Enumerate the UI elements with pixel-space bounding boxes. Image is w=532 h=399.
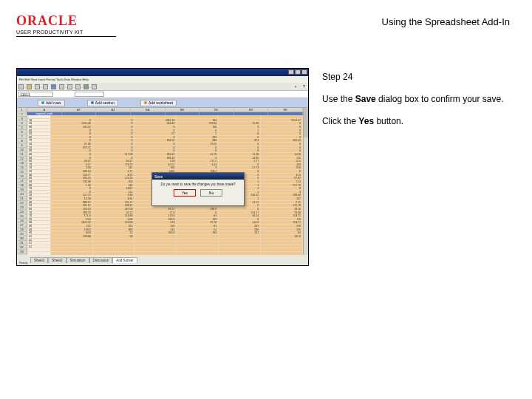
sheet-icon <box>144 101 147 104</box>
dialog-message: Do you want to save the changes you have… <box>152 180 244 188</box>
add-section-button[interactable]: Add section <box>87 100 118 106</box>
page-title: Using the Spreadsheet Add-In <box>382 16 510 27</box>
add-rows-button[interactable]: Add rows <box>38 100 65 106</box>
sheet-tab[interactable]: Simulation <box>66 257 89 263</box>
status-bar: Ready Sheet1Sheet2SimulationDiscussionAd… <box>17 255 308 265</box>
name-box[interactable]: 11111 <box>18 92 53 97</box>
oracle-addin-bar: Add rows Add section Add worksheet <box>17 98 308 108</box>
no-button[interactable]: No <box>200 189 222 197</box>
oracle-wordmark: ORACLE <box>16 13 116 29</box>
oracle-logo: ORACLE USER PRODUCTIVITY KIT <box>16 13 116 37</box>
instruction-panel: Step 24 Use the Save dialog box to confi… <box>322 68 510 266</box>
logo-rule <box>16 36 116 37</box>
add-worksheet-button[interactable]: Add worksheet <box>140 100 177 106</box>
toolbar-overflow-icon[interactable]: • <box>295 84 300 89</box>
menu-bar[interactable]: File Edit View Insert Format Tools Data … <box>17 76 308 83</box>
cut-icon[interactable] <box>59 84 64 89</box>
upk-subtitle: USER PRODUCTIVITY KIT <box>16 30 116 35</box>
minimize-icon[interactable] <box>288 69 294 75</box>
sheet-tab[interactable]: Discussion <box>89 257 113 263</box>
standard-toolbar: • ? <box>17 83 308 91</box>
copy-icon[interactable] <box>67 84 72 89</box>
section-icon <box>91 101 94 104</box>
close-icon[interactable] <box>301 69 307 75</box>
print-icon[interactable] <box>43 84 48 89</box>
sheet-tab[interactable]: Sheet1 <box>30 257 48 263</box>
save-dialog: Save Do you want to save the changes you… <box>151 172 245 206</box>
sheet-tab[interactable]: Add Subset <box>112 257 137 263</box>
formula-bar: 11111 <box>17 91 308 98</box>
redo-icon[interactable] <box>92 84 97 89</box>
instruction-line-2: Click the Yes button. <box>322 115 510 127</box>
maximize-icon[interactable] <box>295 69 301 75</box>
instruction-line-1: Use the Save dialog box to confirm your … <box>322 93 510 105</box>
dialog-title: Save <box>152 173 244 180</box>
vertical-scrollbar[interactable] <box>303 108 308 255</box>
help-icon[interactable]: ? <box>303 84 308 89</box>
formula-input[interactable] <box>75 92 104 97</box>
plus-icon <box>41 101 44 104</box>
step-label: Step 24 <box>322 71 510 83</box>
window-titlebar <box>17 69 308 76</box>
status-ready: Ready <box>19 261 28 265</box>
save-icon[interactable] <box>35 84 40 89</box>
excel-screenshot: File Edit View Insert Format Tools Data … <box>16 68 309 266</box>
yes-button[interactable]: Yes <box>174 189 196 197</box>
preview-icon[interactable] <box>51 84 56 89</box>
open-icon[interactable] <box>27 84 32 89</box>
paste-icon[interactable] <box>75 84 81 89</box>
new-icon[interactable] <box>18 84 24 89</box>
sheet-tabs[interactable]: Sheet1Sheet2SimulationDiscussionAdd Subs… <box>17 257 137 263</box>
sheet-tab[interactable]: Sheet2 <box>48 257 66 263</box>
undo-icon[interactable] <box>83 84 89 89</box>
